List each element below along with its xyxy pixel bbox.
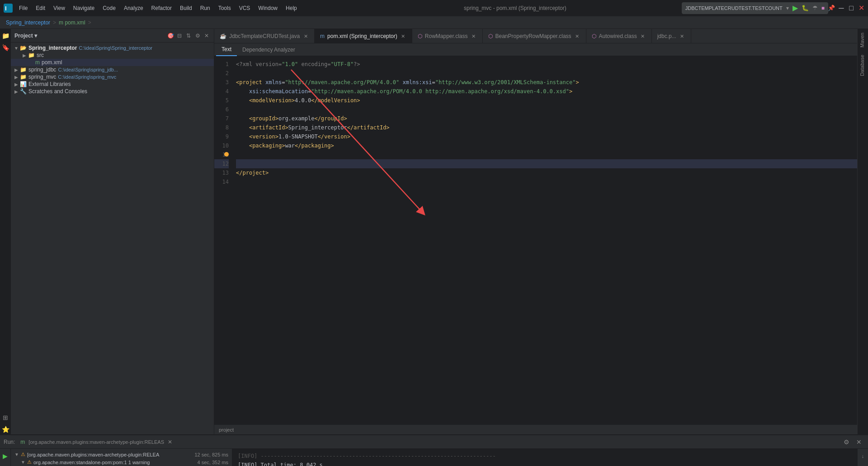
tree-item-scratches[interactable]: ▶ 🔧 Scratches and Consoles [11,88,214,95]
menu-tools[interactable]: Tools [215,4,235,13]
close-panel-icon[interactable]: ✕ [203,32,210,39]
locate-icon[interactable]: 🎯 [167,32,174,39]
menu-window[interactable]: Window [255,4,281,13]
tree-item-mvc[interactable]: ▶ 📁 spring_mvc C:\idea\Spring\spring_mvc [11,73,214,81]
rerun-btn[interactable]: ↺ [0,462,11,466]
app-icon: I [4,4,13,13]
menu-file[interactable]: File [15,4,31,13]
tree-name-extlib: External Libraries [28,81,71,87]
menu-edit[interactable]: Edit [32,4,49,13]
ri-arrow-2: ▼ [21,460,27,465]
scroll-end-btn[interactable]: ↓ [858,451,868,461]
menu-run[interactable]: Run [197,4,214,13]
tab-close-autowired[interactable]: ✕ [640,33,646,39]
code-line-3: <project xmlns="http://maven.apache.org/… [236,78,857,87]
menu-navigate[interactable]: Navigate [70,4,98,13]
settings-icon[interactable]: ⚙ [194,32,201,39]
code-line-6 [236,105,857,114]
tab-close-bean[interactable]: ✕ [574,33,580,39]
tree-item-root[interactable]: ▼ 📂 Spring_interceptor C:\idea\Spring\Sp… [11,44,214,52]
tab-pom-active[interactable]: m pom.xml (Spring_interceptor) ✕ [315,29,412,43]
tab-close-pom[interactable]: ✕ [400,33,406,39]
tree-item-pom[interactable]: ▶ m pom.xml [11,59,214,66]
menu-analyze[interactable]: Analyze [120,4,147,13]
tab-close-jdbcp[interactable]: ✕ [679,33,685,39]
rs-tab-maven[interactable]: Maven [858,29,868,51]
activity-project[interactable]: 📁 [0,31,10,41]
stop-button[interactable]: ■ [821,5,825,11]
tree-item-extlib[interactable]: ▶ 📊 External Libraries [11,81,214,88]
run-item-2[interactable]: ▼ ⚠ org.apache.maven:standalone-pom:pom:… [11,458,232,466]
run-tab-close[interactable]: ✕ [168,439,172,445]
code-editor[interactable]: <?xml version="1.0" encoding="UTF-8"?> <… [232,56,857,424]
sort-icon[interactable]: ⇅ [185,32,192,39]
menu-vcs[interactable]: VCS [236,4,254,13]
tab-jdbc-p[interactable]: jdbc.p... ✕ [652,29,691,43]
inner-tab-dependency[interactable]: Dependency Analyzer [237,43,301,56]
tab-icon-jdbc: ☕ [220,33,226,39]
run-button[interactable]: ▶ [793,4,798,12]
minimize-button[interactable]: ─ [838,5,844,11]
lib-icon: 📊 [20,81,27,87]
tab-close-jdbc[interactable]: ✕ [302,33,309,39]
code-line-7: <groupId>org.example</groupId> [236,114,857,123]
code-line-12 [236,159,857,168]
code-line-14 [236,177,857,186]
editor-content[interactable]: 12345 678910 11 12 1314 <?xml version="1… [214,56,857,424]
maximize-button[interactable]: □ [848,5,854,11]
wrap-btn[interactable]: ⇢ [858,463,868,466]
line-numbers: 12345 678910 11 12 1314 [214,56,232,424]
breadcrumb-project[interactable]: Spring_interceptor [6,19,50,26]
tab-label-bean: BeanPropertyRowMapper.class [495,33,571,39]
run-close-btn[interactable]: ✕ [854,437,864,447]
menu-build[interactable]: Build [176,4,196,13]
code-line-8: <artifactId>Spring_interceptor</artifact… [236,123,857,132]
folder-icon-mvc: 📁 [20,74,27,80]
tab-rowmapper[interactable]: ⬡ RowMapper.class ✕ [412,29,483,43]
menu-bar: File Edit View Navigate Code Analyze Ref… [15,4,349,13]
tree-path-mvc: C:\idea\Spring\spring_mvc [58,74,116,80]
play-btn[interactable]: ▶ [0,451,11,461]
tree-item-src[interactable]: ▶ 📁 src [11,52,214,59]
tree-name-scratches: Scratches and Consoles [28,88,87,95]
tab-label-rowmapper: RowMapper.class [425,33,468,39]
menu-code[interactable]: Code [99,4,119,13]
console-output: [INFO] ---------------------------------… [232,449,857,466]
warn-icon-2: ⚠ [27,459,32,465]
arrow-root: ▼ [13,46,20,51]
run-config-dropdown[interactable]: ▾ [786,5,789,11]
menu-help[interactable]: Help [282,4,301,13]
run-item-name-2: org.apache.maven:standalone-pom:pom:1 1 … [33,460,150,465]
code-line-5: <modelVersion>4.0.0</modelVersion> [236,96,857,105]
bottom-tab-bar: Run: m [org.apache.maven.plugins:maven-a… [0,435,868,449]
tab-jdbc-test[interactable]: ☕ JdbcTemplateCRUDTest.java ✕ [214,29,315,43]
arrow-mvc: ▶ [13,75,20,80]
activity-favorites[interactable]: ⭐ [0,424,10,434]
close-button[interactable]: ✕ [858,5,864,11]
tree-item-jdbc[interactable]: ▶ 📁 spring_jdbc C:\idea\Spring\spring_jd… [11,66,214,73]
folder-icon-src: 📁 [28,52,35,58]
breadcrumb-file[interactable]: m pom.xml [59,19,85,26]
inner-tabs-row: Text Dependency Analyzer [214,43,857,56]
activity-bookmark[interactable]: 🔖 [0,43,10,52]
menu-refactor[interactable]: Refactor [148,4,175,13]
tab-beanproperty[interactable]: ⬡ BeanPropertyRowMapper.class ✕ [483,29,586,43]
tab-close-rowmapper[interactable]: ✕ [471,33,477,39]
collapse-icon[interactable]: ⊟ [176,32,183,39]
editor-main: Text Dependency Analyzer 12345 678910 11… [214,43,857,434]
rs-tab-database[interactable]: Database [858,51,868,80]
menu-view[interactable]: View [50,4,69,13]
run-config-name: [org.apache.maven.plugins:maven-archetyp… [28,439,164,445]
run-item-1[interactable]: ▼ ⚠ [org.apache.maven.plugins:maven-arch… [11,451,232,458]
activity-structure[interactable]: ⊞ [0,413,10,423]
project-header-icons: 🎯 ⊟ ⇅ ⚙ ✕ [167,32,210,39]
debug-button[interactable]: 🐛 [802,5,809,11]
window-controls: 📌 ─ □ ✕ [828,5,864,11]
right-sidebar: Maven Database [857,29,868,434]
run-with-coverage[interactable]: ☂ [812,5,818,11]
run-settings-btn[interactable]: ⚙ [841,437,852,447]
inner-tab-text[interactable]: Text [216,43,237,56]
project-panel: Project ▾ 🎯 ⊟ ⇅ ⚙ ✕ ▼ 📂 Spring_intercept… [11,29,214,434]
pin-button[interactable]: 📌 [828,5,835,11]
tab-autowired[interactable]: ⬡ Autowired.class ✕ [586,29,652,43]
